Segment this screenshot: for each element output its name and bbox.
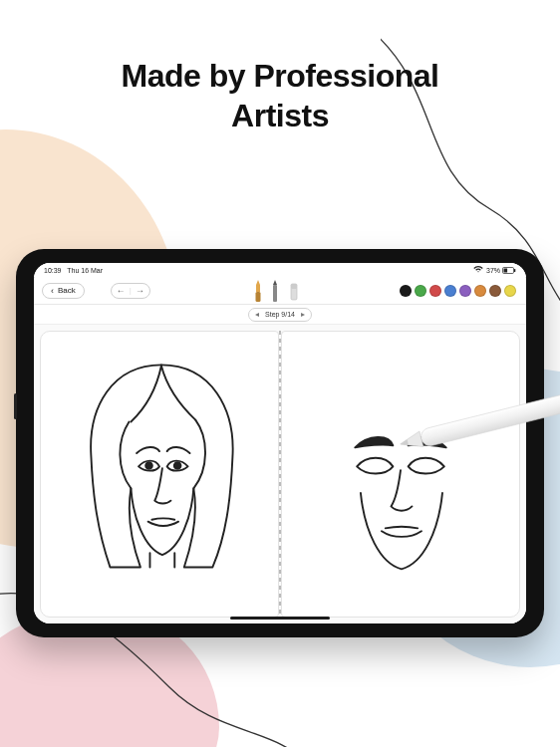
svg-rect-3 (255, 292, 260, 302)
status-time: 10:39 (44, 267, 62, 274)
step-nav[interactable]: ◂ Step 9/14 ▸ (248, 308, 312, 322)
headline-line1: Made by Professional (0, 56, 560, 96)
reference-drawing (41, 332, 278, 617)
swatch-green[interactable] (415, 285, 426, 297)
svg-rect-4 (273, 285, 277, 302)
promo-headline: Made by Professional Artists (0, 0, 560, 135)
headline-line2: Artists (0, 96, 560, 135)
wifi-icon (473, 266, 483, 274)
step-label: Step 9/14 (265, 311, 295, 318)
battery-icon: 37% (486, 267, 516, 274)
swatch-purple[interactable] (459, 285, 471, 297)
svg-rect-6 (291, 284, 297, 289)
back-button[interactable]: ‹ Back (42, 283, 85, 299)
step-prev-icon[interactable]: ◂ (255, 310, 259, 319)
eraser-tool[interactable] (289, 281, 297, 301)
svg-point-8 (174, 462, 181, 469)
top-toolbar: ‹ Back ← | → (34, 277, 526, 305)
user-drawing (282, 332, 519, 617)
swatch-red[interactable] (429, 285, 441, 297)
svg-point-7 (145, 462, 152, 469)
svg-rect-2 (514, 269, 515, 272)
redo-icon[interactable]: → (136, 286, 144, 296)
statusbar-left: 10:39 Thu 16 Mar (44, 267, 103, 274)
swatch-blue[interactable] (444, 285, 456, 297)
status-date: Thu 16 Mar (67, 267, 103, 274)
swatch-black[interactable] (400, 285, 412, 297)
swatch-brown[interactable] (489, 285, 501, 297)
status-bar: 10:39 Thu 16 Mar 37% (34, 263, 526, 277)
undo-redo-buttons[interactable]: ← | → (111, 283, 150, 299)
swatch-orange[interactable] (474, 285, 486, 297)
chevron-left-icon: ‹ (51, 286, 54, 296)
svg-rect-1 (504, 268, 508, 272)
reference-page (40, 331, 279, 618)
battery-pct: 37% (486, 267, 500, 274)
swatch-yellow[interactable] (504, 285, 516, 297)
pencil-tool[interactable] (271, 281, 279, 301)
color-palette (400, 285, 518, 297)
drawing-page[interactable] (281, 331, 520, 618)
step-nav-row: ◂ Step 9/14 ▸ (34, 305, 526, 325)
step-next-icon[interactable]: ▸ (301, 310, 305, 319)
brush-tool[interactable] (253, 281, 261, 301)
undo-icon[interactable]: ← (117, 286, 126, 296)
statusbar-right: 37% (473, 266, 516, 274)
drawing-tools (158, 281, 392, 301)
home-indicator (230, 617, 330, 620)
back-label: Back (58, 286, 76, 295)
sketchbook (34, 325, 526, 623)
